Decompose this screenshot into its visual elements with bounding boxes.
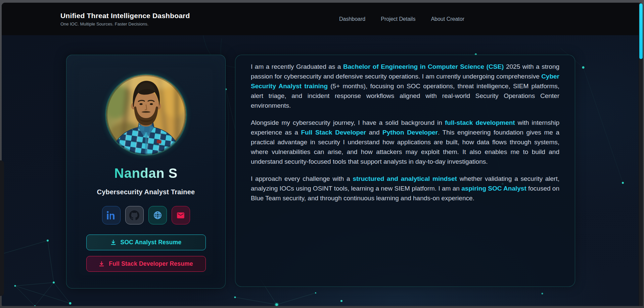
soc-resume-label: SOC Analyst Resume [121,239,182,246]
soc-analyst-resume-button[interactable]: SOC Analyst Resume [86,235,206,250]
download-icon [99,261,104,267]
github-button[interactable] [125,206,144,224]
fsd-resume-label: Full Stack Developer Resume [109,260,193,267]
profile-photo [105,74,187,156]
brand: Unified Threat Intelligence Dashboard On… [60,12,190,27]
mail-icon [176,211,185,220]
github-icon [129,210,139,220]
nav-about-creator[interactable]: About Creator [431,16,464,22]
about-paragraph-3: I approach every challenge with a struct… [251,174,559,203]
linkedin-icon [107,211,116,220]
about-paragraph-1: I am a recently Graduated as a Bachelor … [251,62,559,110]
fullstack-resume-button[interactable]: Full Stack Developer Resume [86,256,206,272]
profile-role: Cybersecurity Analyst Trainee [97,188,195,196]
left-edge-panel [0,160,4,296]
download-icon [110,240,116,245]
social-links [102,206,190,224]
main-area: Nandan S Cybersecurity Analyst Trainee [2,35,643,306]
avatar-illustration [106,75,186,155]
scrollbar-track[interactable] [639,3,643,306]
profile-name: Nandan S [114,166,177,181]
email-button[interactable] [172,206,190,224]
profile-card: Nandan S Cybersecurity Analyst Trainee [66,55,226,289]
linkedin-button[interactable] [102,206,121,224]
content-area: Nandan S Cybersecurity Analyst Trainee [66,55,575,289]
app-header: Unified Threat Intelligence Dashboard On… [2,3,643,35]
scrollbar-thumb[interactable] [639,3,643,59]
page-title: Unified Threat Intelligence Dashboard [60,12,190,20]
main-nav: Dashboard Project Details About Creator [339,16,464,22]
page-subtitle: One IOC. Multiple Sources. Faster Decisi… [60,21,190,27]
nav-project-details[interactable]: Project Details [381,16,415,22]
website-button[interactable] [148,206,167,224]
nav-dashboard[interactable]: Dashboard [339,16,365,22]
about-panel: I am a recently Graduated as a Bachelor … [235,55,575,287]
about-paragraph-2: Alongside my cybersecurity journey, I ha… [251,118,559,166]
globe-icon [153,211,162,220]
app-window: Unified Threat Intelligence Dashboard On… [2,3,643,306]
